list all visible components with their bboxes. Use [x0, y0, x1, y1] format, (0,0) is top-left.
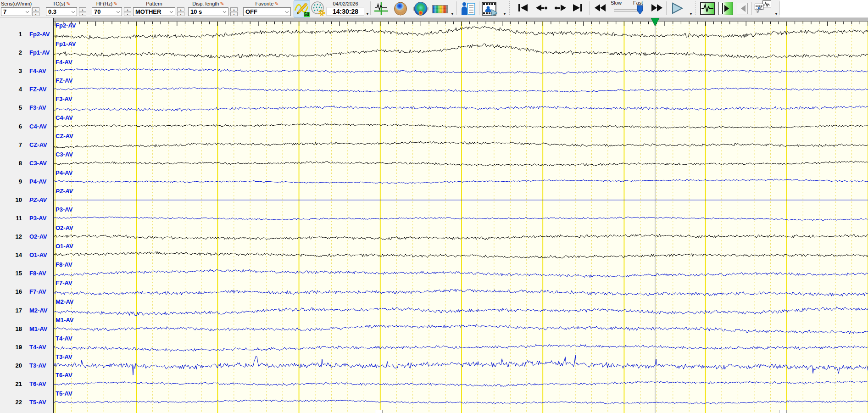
channel-row: 10PZ-AV [0, 195, 53, 205]
fast-forward-button[interactable] [650, 3, 663, 15]
review-back-mode-button[interactable] [737, 2, 751, 15]
dropdown-arrow-icon[interactable]: ▼ [689, 12, 693, 16]
video-button[interactable] [482, 1, 497, 17]
hf-select[interactable]: 70 [92, 7, 122, 16]
current-time[interactable]: 14:30:28 [327, 7, 364, 16]
channel-row: 21T6-AV [0, 380, 53, 389]
channel-number: 8 [0, 159, 22, 168]
review-play-mode-button[interactable] [718, 2, 733, 15]
channel-number: 9 [0, 177, 22, 186]
channel-label[interactable]: F3-AV [29, 103, 46, 112]
channel-label[interactable]: Fp2-AV [29, 30, 50, 39]
dropdown-arrow-icon[interactable]: ▼ [366, 12, 369, 16]
tc-label: TC(s)✎ [46, 0, 77, 7]
edit-pencil-icon[interactable]: ✎ [274, 1, 278, 6]
tc-control: TC(s)✎ 0.3 [46, 0, 77, 16]
trace-label: T3-AV [56, 353, 72, 360]
hf-value: 70 [94, 8, 100, 15]
favorite-control: Favorite✎ OFF [243, 0, 291, 16]
channel-label[interactable]: O1-AV [29, 251, 47, 260]
favorite-select[interactable]: OFF [243, 7, 291, 16]
edit-pencil-icon[interactable]: ✎ [66, 1, 70, 6]
trace-label: CZ-AV [56, 133, 73, 140]
channel-label[interactable]: T6-AV [29, 380, 46, 389]
trace-label: Fp2-AV [56, 22, 76, 29]
eeg-trace-area[interactable] [0, 0, 868, 413]
rewind-button[interactable] [594, 3, 607, 15]
spin-up-button[interactable]: ▲ [230, 7, 238, 11]
speed-slow-label: Slow [611, 0, 622, 6]
channel-number: 3 [0, 67, 22, 76]
channel-label[interactable]: CZ-AV [29, 140, 47, 150]
edit-pencil-icon[interactable]: ✎ [220, 1, 224, 6]
spin-up-button[interactable]: ▲ [32, 7, 39, 11]
tc-spinner: ▲ ▼ [79, 7, 86, 16]
dropdown-arrow-icon[interactable]: ▼ [774, 12, 778, 16]
channel-number: 15 [0, 269, 22, 278]
spin-up-button[interactable]: ▲ [177, 7, 184, 11]
separator [370, 1, 371, 15]
pattern-control: Pattern MOTHER [133, 0, 175, 16]
toolbar-empty-panel [780, 0, 868, 17]
spin-up-button[interactable]: ▲ [79, 7, 86, 11]
channel-label[interactable]: Fp1-AV [29, 48, 50, 57]
channel-label[interactable]: F8-AV [29, 269, 46, 278]
channel-row: 1Fp2-AV [0, 30, 53, 39]
ac-filter-button[interactable]: 50 [294, 0, 310, 17]
channel-row: 20T3-AV [0, 361, 53, 370]
channel-label[interactable]: C3-AV [29, 159, 47, 168]
spin-down-button[interactable]: ▼ [124, 12, 131, 16]
spin-down-button[interactable]: ▼ [177, 12, 184, 16]
channel-label[interactable]: M2-AV [29, 306, 47, 315]
channel-label[interactable]: O2-AV [29, 232, 47, 241]
patient-info-button[interactable] [461, 1, 476, 17]
channel-label[interactable]: FZ-AV [29, 85, 46, 94]
montage-settings-button[interactable] [310, 1, 326, 17]
hf-spinner: ▲ ▼ [124, 7, 131, 16]
channel-label[interactable]: M1-AV [29, 324, 47, 334]
trace-label: T4-AV [56, 335, 72, 342]
channel-label[interactable]: T5-AV [29, 398, 46, 407]
channel-number: 2 [0, 48, 22, 57]
channel-label[interactable]: T4-AV [29, 343, 46, 352]
skip-to-end-button[interactable] [572, 3, 584, 15]
speed-slider-handle[interactable] [637, 5, 643, 15]
sensitivity-select[interactable]: 7 [1, 7, 31, 16]
play-button[interactable] [671, 2, 684, 16]
spin-down-button[interactable]: ▼ [79, 12, 86, 16]
display-length-select[interactable]: 10 s [188, 7, 228, 16]
dropdown-arrow-icon[interactable]: ▼ [451, 12, 454, 16]
brain-map-button[interactable] [393, 1, 408, 17]
dropdown-arrow-icon[interactable]: ▼ [503, 12, 506, 16]
channel-label[interactable]: F7-AV [29, 287, 46, 296]
brain-map-icon [393, 1, 408, 16]
spin-up-button[interactable]: ▲ [124, 7, 131, 11]
edit-pencil-icon[interactable]: ✎ [113, 1, 117, 6]
back-small-icon [737, 2, 751, 15]
channel-row: 19T4-AV [0, 343, 53, 352]
video-clip-button[interactable]: ✂ [755, 0, 772, 17]
channel-label[interactable]: PZ-AV [29, 195, 47, 205]
topo-map-button[interactable] [413, 1, 428, 17]
event-marker-button[interactable] [373, 1, 389, 17]
skip-to-start-button[interactable] [517, 3, 529, 15]
display-length-value: 10 s [190, 8, 202, 15]
pattern-select[interactable]: MOTHER [133, 7, 175, 16]
spin-down-button[interactable]: ▼ [32, 12, 39, 16]
separator [479, 1, 479, 15]
spin-down-button[interactable]: ▼ [230, 12, 238, 16]
channel-row: 22T5-AV [0, 398, 53, 407]
channel-label[interactable]: T3-AV [29, 361, 46, 370]
channel-label[interactable]: F4-AV [29, 67, 46, 76]
trace-label: M1-AV [56, 317, 73, 324]
channel-label[interactable]: C4-AV [29, 122, 47, 131]
dsa-spectrogram-button[interactable] [432, 5, 448, 13]
tc-select[interactable]: 0.3 [46, 7, 77, 16]
review-wave-mode-button[interactable] [700, 2, 715, 15]
step-forward-button[interactable] [553, 3, 567, 15]
step-back-button[interactable] [535, 3, 549, 15]
channel-label[interactable]: P4-AV [29, 177, 46, 186]
chevron-down-icon [285, 11, 289, 13]
channel-label[interactable]: P3-AV [29, 214, 46, 223]
channel-number: 7 [0, 140, 22, 150]
